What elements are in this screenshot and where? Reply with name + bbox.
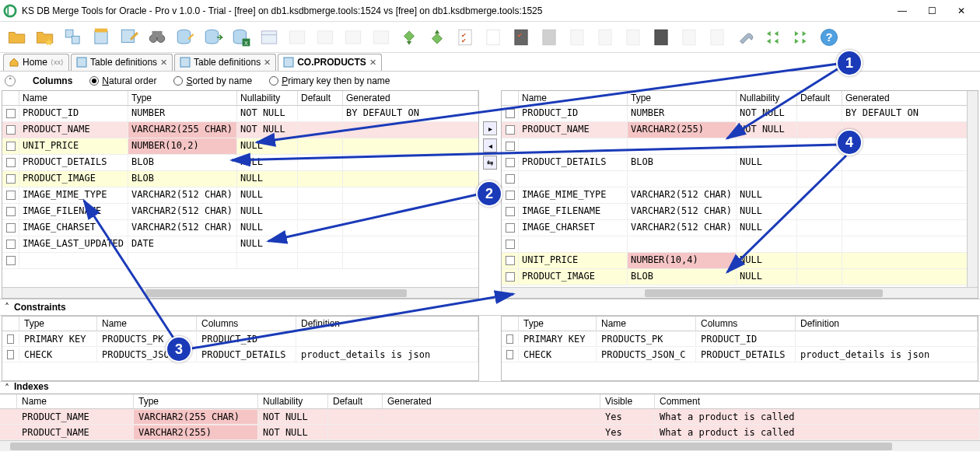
db-excel-icon[interactable]: X [229, 25, 254, 50]
h-scrollbar[interactable] [0, 440, 980, 451]
table-row[interactable]: IMAGE_MIME_TYPE VARCHAR2(512 CHAR) NULL [502, 187, 978, 204]
table-row[interactable]: PRODUCT_DETAILS BLOB NULL [502, 155, 978, 171]
row-checkbox[interactable] [6, 223, 16, 233]
row-checkbox[interactable] [6, 158, 16, 167]
check-doc1-icon[interactable]: ✔✔ [453, 25, 478, 50]
row-checkbox[interactable] [7, 334, 14, 344]
table-row[interactable]: IMAGE_LAST_UPDATED DATE NULL [2, 236, 478, 253]
table-row[interactable]: PRODUCT_ID NUMBER NOT NULL BY DEFAULT ON [2, 106, 478, 122]
constraint-row[interactable]: CHECK PRODUCTS_JSON_C PRODUCT_DETAILS pr… [502, 347, 978, 362]
collapse-toggle-icon[interactable]: ˄ [5, 383, 9, 394]
col-null[interactable]: Nullability [237, 91, 298, 105]
right-grid-body[interactable]: PRODUCT_ID NUMBER NOT NULL BY DEFAULT ON… [502, 106, 978, 287]
collapse-toggle-icon[interactable]: ˄ [5, 75, 16, 86]
table-row[interactable] [502, 171, 978, 187]
db-export-icon[interactable] [201, 25, 226, 50]
row-checkbox[interactable] [506, 109, 515, 118]
graydoc1-icon[interactable] [565, 25, 590, 50]
close-icon[interactable]: ✕ [264, 58, 271, 68]
row-checkbox[interactable] [506, 350, 513, 359]
tab-home[interactable]: Home ⟨xx⟩ [3, 54, 69, 71]
constraint-row[interactable]: PRIMARY KEY PRODUCTS_PK PRODUCT_ID [502, 331, 978, 347]
constraint-row[interactable]: PRIMARY KEY PRODUCTS_PK PRODUCT_ID [2, 331, 478, 347]
diamond-down-icon[interactable] [397, 25, 422, 50]
close-icon[interactable]: ✕ [369, 58, 376, 68]
radio-natural-order[interactable]: Natural order [89, 75, 156, 86]
transfer-left-icon[interactable]: ◂ [483, 138, 497, 152]
row-checkbox[interactable] [506, 223, 515, 233]
tab-tabledef-2[interactable]: Table definitions ✕ [174, 54, 276, 71]
new-grid-icon[interactable] [257, 25, 282, 50]
col-type[interactable]: Type [628, 91, 737, 105]
row-checkbox[interactable] [506, 207, 515, 216]
graygrid1-icon[interactable] [285, 25, 310, 50]
row-checkbox[interactable] [506, 334, 513, 344]
help-icon[interactable]: ? [817, 25, 842, 50]
table-row[interactable]: UNIT_PRICE NUMBER(10,4) NULL [502, 253, 978, 269]
table-row[interactable] [502, 138, 978, 155]
radio-sorted-by-name[interactable]: Sorted by name [173, 75, 252, 86]
row-checkbox[interactable] [6, 207, 16, 216]
check-dark1-icon[interactable]: ✔ [509, 25, 534, 50]
col-name[interactable]: Name [19, 91, 128, 105]
grid-select-icon[interactable] [89, 25, 114, 50]
col-type[interactable]: Type [128, 91, 237, 105]
binoculars-icon[interactable] [145, 25, 170, 50]
graydoc4-icon[interactable] [677, 25, 702, 50]
close-button[interactable]: ✕ [952, 3, 971, 19]
table-row[interactable] [2, 253, 478, 269]
check-doc2-icon[interactable] [481, 25, 506, 50]
table-row[interactable]: PRODUCT_NAME VARCHAR2(255) NOT NULL [502, 122, 978, 138]
diamond-up-icon[interactable] [425, 25, 450, 50]
compare-row[interactable]: PRODUCT_NAME VARCHAR2(255) NOT NULL Yes … [0, 425, 980, 440]
col-generated[interactable]: Generated [842, 91, 978, 105]
col-generated[interactable]: Generated [343, 91, 478, 105]
table-row[interactable]: PRODUCT_DETAILS BLOB NULL [2, 155, 478, 171]
row-checkbox[interactable] [506, 142, 515, 151]
graygrid2-icon[interactable] [313, 25, 338, 50]
table-row[interactable]: PRODUCT_IMAGE BLOB NULL [2, 171, 478, 187]
wrench-icon[interactable] [733, 25, 758, 50]
constraint-row[interactable]: CHECK PRODUCTS_JSON_C PRODUCT_DETAILS pr… [2, 347, 478, 362]
graydoc2-icon[interactable] [593, 25, 618, 50]
row-checkbox[interactable] [506, 240, 515, 249]
folder-star-icon[interactable] [33, 25, 58, 50]
db-pencil-icon[interactable] [173, 25, 198, 50]
table-row[interactable]: PRODUCT_ID NUMBER NOT NULL BY DEFAULT ON [502, 106, 978, 122]
row-checkbox[interactable] [6, 125, 16, 135]
table-row[interactable]: IMAGE_FILENAME VARCHAR2(512 CHAR) NULL [502, 204, 978, 220]
table-row[interactable]: PRODUCT_NAME VARCHAR2(255 CHAR) NOT NULL [2, 122, 478, 138]
radio-pk-then-name[interactable]: Primary key then by name [269, 75, 390, 86]
darkdoc2-icon[interactable] [649, 25, 674, 50]
row-checkbox[interactable] [6, 240, 16, 249]
sync-icon[interactable]: ⇆ [483, 156, 497, 170]
col-null[interactable]: Nullability [737, 91, 797, 105]
row-checkbox[interactable] [6, 142, 16, 151]
transfer-right-icon[interactable]: ▸ [483, 121, 497, 135]
table-row[interactable]: PRODUCT_IMAGE BLOB NULL [502, 269, 978, 285]
maximize-button[interactable]: ☐ [922, 3, 941, 19]
row-checkbox[interactable] [506, 158, 515, 167]
grid-pencil-icon[interactable] [117, 25, 142, 50]
v-scrollbar[interactable] [967, 91, 978, 287]
collapse-toggle-icon[interactable]: ˄ [5, 302, 9, 313]
col-default[interactable]: Default [298, 91, 343, 105]
col-name[interactable]: Name [519, 91, 628, 105]
graydoc3-icon[interactable] [621, 25, 646, 50]
row-checkbox[interactable] [506, 174, 515, 184]
graygrid3-icon[interactable] [341, 25, 366, 50]
row-checkbox[interactable] [6, 174, 16, 184]
open-folder-icon[interactable] [5, 25, 30, 50]
tab-tabledef-1[interactable]: Table definitions ✕ [71, 54, 173, 71]
h-scrollbar[interactable] [502, 287, 978, 298]
col-default[interactable]: Default [797, 91, 842, 105]
row-checkbox[interactable] [6, 109, 16, 118]
row-checkbox[interactable] [506, 191, 515, 200]
table-row[interactable]: UNIT_PRICE NUMBER(10,2) NULL [2, 138, 478, 155]
row-checkbox[interactable] [506, 272, 515, 282]
graygrid4-icon[interactable] [369, 25, 394, 50]
row-checkbox[interactable] [7, 350, 14, 359]
tab-co-products[interactable]: CO.PRODUCTS ✕ [278, 54, 382, 71]
table-row[interactable]: IMAGE_CHARSET VARCHAR2(512 CHAR) NULL [502, 220, 978, 236]
row-checkbox[interactable] [506, 256, 515, 265]
